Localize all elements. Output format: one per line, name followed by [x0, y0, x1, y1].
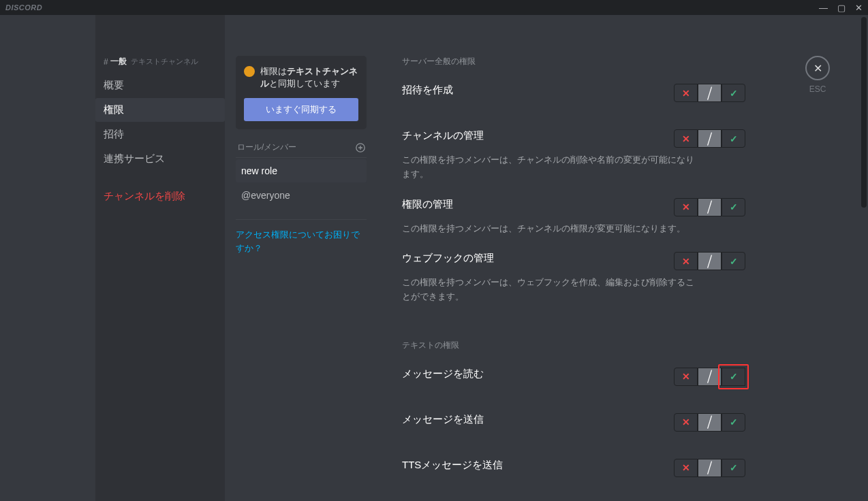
toggle-manage-channel: ✕ ╱ ✓ — [674, 129, 745, 148]
toggle-allow[interactable]: ✓ — [722, 129, 745, 148]
permissions-help-link[interactable]: アクセス権限についてお困りですか？ — [236, 228, 367, 255]
toggle-neutral[interactable]: ╱ — [698, 413, 722, 432]
section-text-perms: テキストの権限 — [402, 340, 745, 351]
toggle-deny[interactable]: ✕ — [674, 368, 698, 386]
toggle-allow[interactable]: ✓ — [722, 413, 745, 432]
x-icon: ✕ — [682, 371, 690, 382]
app-brand: DISCORD — [5, 3, 42, 12]
perm-label-read-messages: メッセージを読む — [402, 368, 484, 381]
toggle-neutral[interactable]: ╱ — [698, 198, 722, 216]
sync-now-button[interactable]: いますぐ同期する — [244, 98, 358, 121]
perm-label-send-tts: TTSメッセージを送信 — [402, 459, 503, 472]
roles-divider — [236, 219, 367, 220]
perm-label-create-invite: 招待を作成 — [402, 84, 453, 97]
perm-label-manage-webhooks: ウェブフックの管理 — [402, 252, 494, 265]
perm-label-manage-perms: 権限の管理 — [402, 198, 453, 211]
role-item-new-role[interactable]: new role — [236, 159, 367, 182]
close-icon: ✕ — [813, 62, 822, 75]
toggle-deny[interactable]: ✕ — [674, 129, 698, 148]
check-icon: ✓ — [730, 88, 738, 99]
check-icon: ✓ — [730, 256, 738, 267]
check-icon: ✓ — [730, 201, 738, 212]
toggle-send-tts: ✕ ╱ ✓ — [674, 459, 745, 477]
minimize-icon[interactable]: — — [819, 3, 828, 12]
toggle-send-messages: ✕ ╱ ✓ — [674, 413, 745, 432]
toggle-deny[interactable]: ✕ — [674, 84, 698, 102]
toggle-neutral[interactable]: ╱ — [698, 252, 722, 270]
scrollbar-thumb[interactable] — [861, 17, 867, 208]
roles-header: ロール/メンバー — [236, 142, 367, 158]
sidebar-item-delete[interactable]: チャンネルを削除 — [95, 184, 225, 208]
channel-type: テキストチャンネル — [131, 56, 198, 67]
toggle-create-invite: ✕ ╱ ✓ — [674, 84, 745, 102]
left-gutter — [0, 15, 95, 501]
titlebar: DISCORD — ▢ ✕ — [0, 0, 868, 15]
x-icon: ✕ — [682, 256, 690, 267]
settings-sidebar: # 一般 テキストチャンネル 概要 権限 招待 連携サービス チャンネルを削除 — [95, 15, 225, 501]
slash-icon: ╱ — [706, 200, 714, 213]
toggle-neutral[interactable]: ╱ — [698, 84, 722, 102]
slash-icon: ╱ — [706, 370, 714, 383]
slash-icon: ╱ — [706, 416, 714, 429]
perm-desc-manage-webhooks: この権限を持つメンバーは、ウェブフックを作成、編集および削除することができます。 — [402, 276, 695, 304]
content-area: 権限はテキストチャンネルと同期しています いますぐ同期する ロール/メンバー n… — [225, 15, 868, 501]
section-server-perms: サーバー全般の権限 — [402, 56, 745, 67]
toggle-neutral[interactable]: ╱ — [698, 459, 722, 477]
toggle-neutral[interactable]: ╱ — [698, 129, 722, 148]
sidebar-item-overview[interactable]: 概要 — [95, 74, 225, 97]
add-role-icon[interactable] — [356, 143, 365, 152]
role-item-everyone[interactable]: @everyone — [236, 184, 367, 207]
sync-text-suffix: と同期しています — [269, 78, 340, 88]
perm-desc-manage-channel: この権限を持つメンバーは、チャンネルの削除や名前の変更が可能になります。 — [402, 153, 695, 182]
toggle-neutral[interactable]: ╱ — [698, 368, 722, 386]
x-icon: ✕ — [682, 462, 690, 473]
slash-icon: ╱ — [706, 86, 714, 99]
close-label: ESC — [809, 84, 826, 94]
x-icon: ✕ — [682, 201, 690, 212]
channel-name: 一般 — [110, 56, 127, 67]
check-icon: ✓ — [730, 371, 738, 382]
toggle-manage-perms: ✕ ╱ ✓ — [674, 198, 745, 216]
check-icon: ✓ — [730, 462, 738, 473]
permissions-column: サーバー全般の権限 招待を作成 ✕ ╱ ✓ チャンネルの管理 ✕ ╱ — [377, 15, 759, 501]
roles-column: 権限はテキストチャンネルと同期しています いますぐ同期する ロール/メンバー n… — [225, 15, 377, 501]
sync-notice: 権限はテキストチャンネルと同期しています いますぐ同期する — [236, 56, 367, 129]
perm-desc-manage-perms: この権限を持つメンバーは、チャンネルの権限が変更可能になります。 — [402, 222, 695, 236]
hash-icon: # — [104, 57, 108, 67]
toggle-deny[interactable]: ✕ — [674, 252, 698, 270]
toggle-allow[interactable]: ✓ — [722, 198, 745, 216]
toggle-deny[interactable]: ✕ — [674, 459, 698, 477]
perm-label-send-messages: メッセージを送信 — [402, 413, 484, 426]
window-controls: — ▢ ✕ — [819, 3, 863, 12]
toggle-deny[interactable]: ✕ — [674, 413, 698, 432]
close-window-icon[interactable]: ✕ — [855, 3, 863, 12]
maximize-icon[interactable]: ▢ — [837, 3, 846, 12]
toggle-allow[interactable]: ✓ — [722, 252, 745, 270]
toggle-manage-webhooks: ✕ ╱ ✓ — [674, 252, 745, 270]
x-icon: ✕ — [682, 88, 690, 99]
sidebar-item-invites[interactable]: 招待 — [95, 123, 225, 146]
slash-icon: ╱ — [706, 255, 714, 268]
slash-icon: ╱ — [706, 462, 714, 474]
roles-header-label: ロール/メンバー — [237, 142, 296, 153]
close-settings: ✕ ESC — [805, 56, 830, 94]
toggle-deny[interactable]: ✕ — [674, 198, 698, 216]
toggle-allow[interactable]: ✓ — [722, 459, 745, 477]
toggle-read-messages: ✕ ╱ ✓ — [674, 368, 745, 386]
sidebar-item-integrations[interactable]: 連携サービス — [95, 147, 225, 171]
slash-icon: ╱ — [706, 132, 714, 145]
x-icon: ✕ — [682, 417, 690, 427]
channel-header: # 一般 テキストチャンネル — [95, 56, 225, 73]
close-button[interactable]: ✕ — [805, 56, 830, 80]
toggle-allow[interactable]: ✓ — [722, 368, 745, 386]
check-icon: ✓ — [730, 417, 738, 427]
toggle-allow[interactable]: ✓ — [722, 84, 745, 102]
sync-text-prefix: 権限は — [260, 66, 287, 76]
check-icon: ✓ — [730, 133, 738, 144]
sidebar-item-permissions[interactable]: 権限 — [95, 98, 225, 122]
sync-icon — [244, 66, 255, 77]
perm-label-manage-channel: チャンネルの管理 — [402, 129, 484, 142]
x-icon: ✕ — [682, 133, 690, 144]
